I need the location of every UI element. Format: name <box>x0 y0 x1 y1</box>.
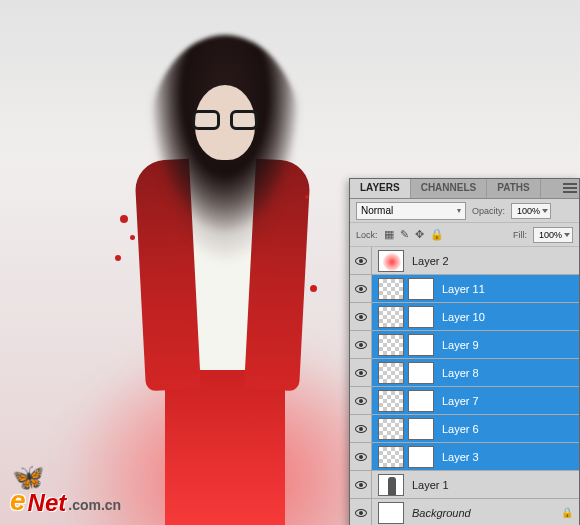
layer-visibility-toggle[interactable] <box>350 275 372 302</box>
layer-visibility-toggle[interactable] <box>350 303 372 330</box>
blend-mode-value: Normal <box>361 205 393 216</box>
layer-thumbnail[interactable] <box>378 390 404 412</box>
layer-name: Layer 1 <box>408 479 449 491</box>
lock-icon: 🔒 <box>561 507 573 518</box>
layer-name: Layer 10 <box>438 311 485 323</box>
fill-label: Fill: <box>513 230 527 240</box>
layer-name: Layer 11 <box>438 283 485 295</box>
layer-visibility-toggle[interactable] <box>350 387 372 414</box>
layer-visibility-toggle[interactable] <box>350 359 372 386</box>
layer-thumbnail[interactable] <box>378 250 404 272</box>
layer-thumbnail[interactable] <box>378 446 404 468</box>
layer-mask-thumbnail[interactable] <box>408 362 434 384</box>
layers-list: Layer 2Layer 11Layer 10Layer 9Layer 8Lay… <box>350 247 579 525</box>
layer-thumbnail[interactable] <box>378 474 404 496</box>
panel-tabs: LAYERS CHANNELS PATHS <box>350 179 579 199</box>
layer-content[interactable]: Layer 2 <box>372 250 579 272</box>
tab-layers[interactable]: LAYERS <box>350 179 411 198</box>
layer-visibility-toggle[interactable] <box>350 415 372 442</box>
layer-content[interactable]: Background🔒 <box>372 502 579 524</box>
layer-content[interactable]: Layer 1 <box>372 474 579 496</box>
layer-row[interactable]: Layer 7 <box>350 387 579 415</box>
eye-icon <box>355 453 367 461</box>
layer-thumbnail[interactable] <box>378 418 404 440</box>
layer-mask-thumbnail[interactable] <box>408 390 434 412</box>
layer-mask-thumbnail[interactable] <box>408 334 434 356</box>
layer-content[interactable]: Layer 10 <box>372 306 579 328</box>
layer-row[interactable]: Layer 3 <box>350 443 579 471</box>
opacity-label: Opacity: <box>472 206 505 216</box>
watermark-domain: .com.cn <box>68 497 121 517</box>
layer-name: Layer 8 <box>438 367 479 379</box>
eye-icon <box>355 257 367 265</box>
fill-field[interactable]: 100% <box>533 227 573 243</box>
layer-row[interactable]: Layer 9 <box>350 331 579 359</box>
layer-name: Layer 9 <box>438 339 479 351</box>
layer-mask-thumbnail[interactable] <box>408 418 434 440</box>
layer-mask-thumbnail[interactable] <box>408 306 434 328</box>
fill-value: 100% <box>539 230 562 240</box>
layer-content[interactable]: Layer 8 <box>372 362 579 384</box>
lock-options: ▦ ✎ ✥ 🔒 <box>384 228 444 241</box>
layer-name: Layer 7 <box>438 395 479 407</box>
layer-thumbnail[interactable] <box>378 502 404 524</box>
layer-thumbnail[interactable] <box>378 334 404 356</box>
layer-mask-thumbnail[interactable] <box>408 446 434 468</box>
lock-fill-row: Lock: ▦ ✎ ✥ 🔒 Fill: 100% <box>350 223 579 247</box>
layer-thumbnail[interactable] <box>378 306 404 328</box>
eye-icon <box>355 397 367 405</box>
blend-mode-select[interactable]: Normal ▾ <box>356 202 466 220</box>
layer-row[interactable]: Layer 10 <box>350 303 579 331</box>
layer-row[interactable]: Background🔒 <box>350 499 579 525</box>
chevron-down-icon: ▾ <box>457 206 461 215</box>
layer-thumbnail[interactable] <box>378 362 404 384</box>
eye-icon <box>355 369 367 377</box>
watermark-e: e <box>10 485 26 517</box>
layer-name: Layer 3 <box>438 451 479 463</box>
watermark-logo: e Net .com.cn <box>10 485 121 517</box>
lock-position-icon[interactable]: ✥ <box>415 228 424 241</box>
tab-paths[interactable]: PATHS <box>487 179 540 198</box>
tab-channels[interactable]: CHANNELS <box>411 179 488 198</box>
eye-icon <box>355 285 367 293</box>
layer-visibility-toggle[interactable] <box>350 331 372 358</box>
layer-visibility-toggle[interactable] <box>350 443 372 470</box>
layer-content[interactable]: Layer 6 <box>372 418 579 440</box>
opacity-value: 100% <box>517 206 540 216</box>
eye-icon <box>355 481 367 489</box>
layer-name: Background <box>408 507 471 519</box>
layers-panel: LAYERS CHANNELS PATHS Normal ▾ Opacity: … <box>349 178 580 525</box>
lock-all-icon[interactable]: 🔒 <box>430 228 444 241</box>
layer-row[interactable]: Layer 2 <box>350 247 579 275</box>
panel-menu-icon[interactable] <box>563 181 577 195</box>
eye-icon <box>355 341 367 349</box>
lock-label: Lock: <box>356 230 378 240</box>
layer-mask-thumbnail[interactable] <box>408 278 434 300</box>
blend-opacity-row: Normal ▾ Opacity: 100% <box>350 199 579 223</box>
layer-content[interactable]: Layer 3 <box>372 446 579 468</box>
lock-transparency-icon[interactable]: ▦ <box>384 228 394 241</box>
layer-content[interactable]: Layer 7 <box>372 390 579 412</box>
eye-icon <box>355 509 367 517</box>
lock-pixels-icon[interactable]: ✎ <box>400 228 409 241</box>
watermark-net: Net <box>28 489 67 517</box>
layer-name: Layer 2 <box>408 255 449 267</box>
layer-visibility-toggle[interactable] <box>350 247 372 274</box>
layer-thumbnail[interactable] <box>378 278 404 300</box>
layer-row[interactable]: Layer 1 <box>350 471 579 499</box>
layer-visibility-toggle[interactable] <box>350 471 372 498</box>
layer-name: Layer 6 <box>438 423 479 435</box>
eye-icon <box>355 425 367 433</box>
opacity-field[interactable]: 100% <box>511 203 551 219</box>
layer-row[interactable]: Layer 8 <box>350 359 579 387</box>
layer-content[interactable]: Layer 11 <box>372 278 579 300</box>
layer-row[interactable]: Layer 6 <box>350 415 579 443</box>
layer-row[interactable]: Layer 11 <box>350 275 579 303</box>
layer-content[interactable]: Layer 9 <box>372 334 579 356</box>
eye-icon <box>355 313 367 321</box>
layer-visibility-toggle[interactable] <box>350 499 372 525</box>
canvas-artwork <box>110 35 330 525</box>
